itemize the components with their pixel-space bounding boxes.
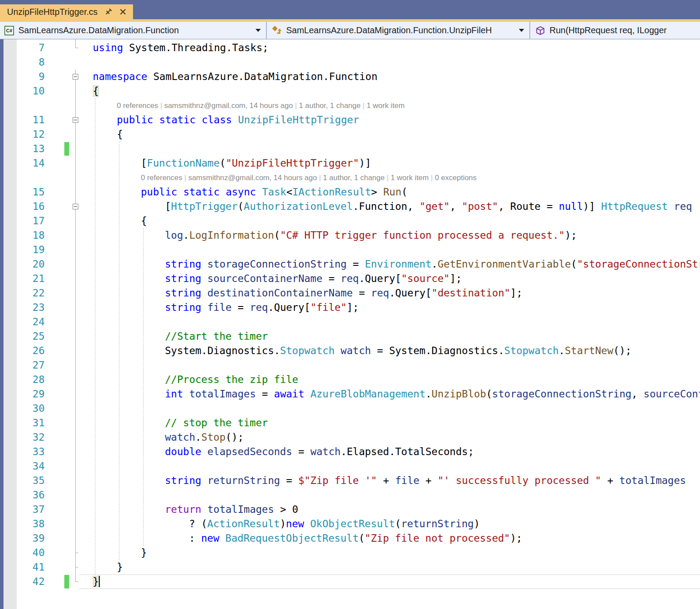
code-line-33[interactable]: 33double elapsedSeconds = watch.Elapsed.… bbox=[0, 445, 700, 459]
line-number: 9 bbox=[0, 70, 45, 84]
code-line-31[interactable]: 31// stop the timer bbox=[0, 416, 700, 430]
code-line-39[interactable]: 39: new BadRequestObjectResult("Zip file… bbox=[0, 531, 700, 546]
codelens-separator: | bbox=[182, 174, 189, 182]
codelens-segment[interactable]: 1 work item bbox=[367, 101, 405, 110]
close-icon[interactable] bbox=[119, 8, 127, 16]
line-number: 26 bbox=[0, 344, 45, 358]
code-line-22[interactable]: 22string destinationContainerName = req.… bbox=[0, 286, 700, 300]
code-text: string storageConnectionString = Environ… bbox=[165, 257, 700, 271]
code-text: ? (ActionResult)new OkObjectResult(retur… bbox=[189, 517, 480, 531]
code-line-7[interactable]: 7using System.Threading.Tasks; bbox=[0, 41, 700, 55]
codelens-segment[interactable]: 0 exceptions bbox=[435, 174, 476, 182]
code-line-8[interactable]: 8 bbox=[0, 55, 700, 70]
member-dropdown-label: Run(HttpRequest req, ILogger bbox=[550, 25, 696, 35]
document-tab[interactable]: UnzipFileHttpTrigger.cs bbox=[0, 4, 133, 19]
pin-icon[interactable] bbox=[104, 8, 112, 16]
line-number: 25 bbox=[0, 329, 45, 344]
line-number: 10 bbox=[0, 84, 45, 98]
code-line-16[interactable]: 16[HttpTrigger(AuthorizationLevel.Functi… bbox=[0, 199, 700, 214]
codelens-segment[interactable]: 1 author, 1 change bbox=[323, 174, 385, 182]
code-line-9[interactable]: 9namespace SamLearnsAzure.DataMigration.… bbox=[0, 70, 700, 84]
code-text: //Start the timer bbox=[165, 329, 268, 344]
line-number: 14 bbox=[0, 156, 45, 171]
code-line-15[interactable]: 15public static async Task<IActionResult… bbox=[0, 185, 700, 199]
code-line-34[interactable]: 34 bbox=[0, 459, 700, 473]
code-line-19[interactable]: 19 bbox=[0, 243, 700, 257]
chevron-down-icon[interactable] bbox=[519, 29, 524, 32]
code-text: log.LogInformation("C# HTTP trigger func… bbox=[165, 228, 577, 243]
code-line-24[interactable]: 24 bbox=[0, 315, 700, 329]
line-number: 28 bbox=[0, 372, 45, 387]
type-dropdown[interactable]: SamLearnsAzure.DataMigration.Function.Un… bbox=[268, 22, 528, 39]
code-line-42[interactable]: 42} bbox=[0, 574, 700, 589]
code-line-21[interactable]: 21string sourceContainerName = req.Query… bbox=[0, 271, 700, 286]
codelens-segment[interactable]: samsmithnz@gmail.com, 14 hours ago bbox=[164, 101, 293, 110]
code-line-35[interactable]: 35string returnString = $"Zip file '" + … bbox=[0, 473, 700, 488]
code-editor[interactable]: 7using System.Threading.Tasks;89namespac… bbox=[0, 39, 700, 609]
code-line-26[interactable]: 26System.Diagnostics.Stopwatch watch = S… bbox=[0, 344, 700, 358]
line-number: 35 bbox=[0, 473, 45, 488]
codelens-annotation-row[interactable]: 0 references | samsmithnz@gmail.com, 14 … bbox=[0, 98, 700, 113]
code-line-20[interactable]: 20string storageConnectionString = Envir… bbox=[0, 257, 700, 271]
code-line-28[interactable]: 28//Process the zip file bbox=[0, 372, 700, 387]
line-number: 20 bbox=[0, 257, 45, 271]
code-line-17[interactable]: 17{ bbox=[0, 214, 700, 228]
line-number: 38 bbox=[0, 517, 45, 531]
fold-end-tick bbox=[75, 567, 78, 567]
method-icon bbox=[536, 26, 545, 35]
codelens-segment[interactable]: 1 work item bbox=[391, 174, 429, 182]
code-line-41[interactable]: 41} bbox=[0, 560, 700, 574]
code-line-36[interactable]: 36 bbox=[0, 488, 700, 502]
project-dropdown-label: SamLearnsAzure.DataMigration.Function bbox=[18, 25, 248, 35]
code-line-12[interactable]: 12{ bbox=[0, 127, 700, 142]
code-text: { bbox=[117, 127, 123, 142]
collapse-toggle-icon[interactable] bbox=[73, 117, 78, 123]
code-line-10[interactable]: 10{ bbox=[0, 84, 700, 98]
code-text: string destinationContainerName = req.Qu… bbox=[165, 286, 522, 300]
codelens-segment[interactable]: 1 author, 1 change bbox=[299, 101, 360, 110]
code-line-18[interactable]: 18log.LogInformation("C# HTTP trigger fu… bbox=[0, 228, 700, 243]
code-text: public static class UnzipFileHttpTrigger bbox=[117, 113, 359, 127]
code-text: } bbox=[141, 546, 147, 560]
code-line-37[interactable]: 37return totalImages > 0 bbox=[0, 502, 700, 517]
codelens-segment[interactable]: 0 references bbox=[117, 101, 158, 110]
code-line-11[interactable]: 11public static class UnzipFileHttpTrigg… bbox=[0, 113, 700, 127]
code-line-29[interactable]: 29int totalImages = await AzureBlobManag… bbox=[0, 387, 700, 401]
line-number: 30 bbox=[0, 401, 45, 416]
code-text: string returnString = $"Zip file '" + fi… bbox=[165, 473, 686, 488]
code-line-38[interactable]: 38? (ActionResult)new OkObjectResult(ret… bbox=[0, 517, 700, 531]
codelens-separator: | bbox=[293, 101, 299, 110]
collapse-toggle-icon[interactable] bbox=[73, 204, 78, 209]
line-number: 16 bbox=[0, 199, 45, 214]
code-line-30[interactable]: 30 bbox=[0, 401, 700, 416]
line-number: 17 bbox=[0, 214, 45, 228]
collapse-toggle-icon[interactable] bbox=[73, 74, 78, 80]
line-number: 22 bbox=[0, 286, 45, 300]
code-line-14[interactable]: 14[FunctionName("UnzipFileHttpTrigger")] bbox=[0, 156, 700, 171]
codelens-segment[interactable]: 0 references bbox=[141, 174, 182, 182]
vs-editor-window: UnzipFileHttpTrigger.cs C# SamLearnsAzur… bbox=[0, 0, 700, 609]
codelens-segment[interactable]: samsmithnz@gmail.com, 14 hours ago bbox=[188, 174, 317, 182]
code-line-13[interactable]: 13 bbox=[0, 142, 700, 156]
member-dropdown[interactable]: Run(HttpRequest req, ILogger bbox=[531, 22, 700, 39]
change-indicator bbox=[64, 142, 69, 156]
line-number: 42 bbox=[0, 574, 45, 589]
code-line-23[interactable]: 23string file = req.Query["file"]; bbox=[0, 300, 700, 315]
code-text: // stop the timer bbox=[165, 416, 268, 430]
code-text: double elapsedSeconds = watch.Elapsed.To… bbox=[165, 445, 474, 459]
code-text: : new BadRequestObjectResult("Zip file n… bbox=[189, 531, 522, 546]
codelens-text[interactable]: 0 references | samsmithnz@gmail.com, 14 … bbox=[117, 98, 405, 113]
code-line-32[interactable]: 32watch.Stop(); bbox=[0, 430, 700, 445]
chevron-down-icon[interactable] bbox=[256, 29, 261, 32]
code-line-40[interactable]: 40} bbox=[0, 546, 700, 560]
line-number: 36 bbox=[0, 488, 45, 502]
code-line-27[interactable]: 27 bbox=[0, 358, 700, 372]
line-number: 7 bbox=[0, 41, 45, 55]
codelens-text[interactable]: 0 references | samsmithnz@gmail.com, 14 … bbox=[141, 171, 476, 185]
codelens-annotation-row[interactable]: 0 references | samsmithnz@gmail.com, 14 … bbox=[0, 171, 700, 185]
code-line-25[interactable]: 25//Start the timer bbox=[0, 329, 700, 344]
project-dropdown[interactable]: C# SamLearnsAzure.DataMigration.Function bbox=[0, 22, 265, 39]
line-number: 40 bbox=[0, 546, 45, 560]
navbar-divider bbox=[529, 22, 530, 39]
code-text: public static async Task<IActionResult> … bbox=[141, 185, 407, 199]
